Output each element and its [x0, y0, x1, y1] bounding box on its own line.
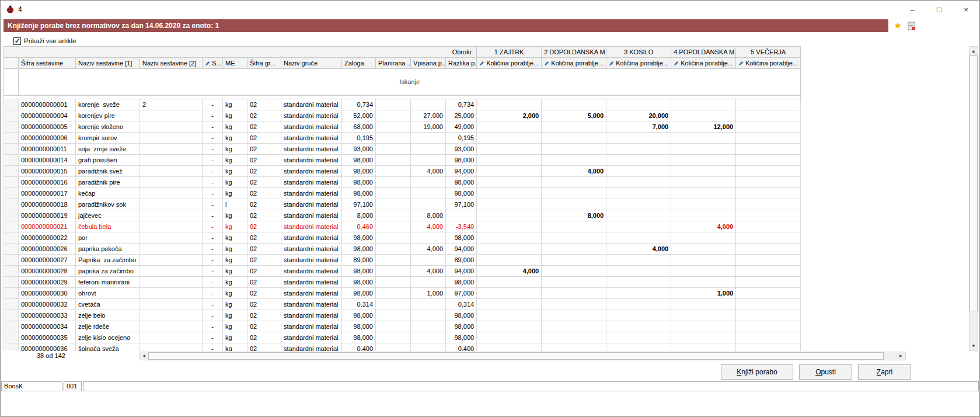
cell-code[interactable]: 0000000000029 [19, 277, 76, 288]
cell-group-code[interactable]: 02 [247, 99, 281, 110]
cell-code[interactable]: 0000000000022 [19, 232, 76, 244]
cell-row-selector[interactable] [4, 266, 19, 277]
col-naziv-gruce[interactable]: Naziv gruče [281, 58, 342, 69]
cell-meal-popoldanska[interactable] [671, 155, 736, 166]
filter-row[interactable]: Iskanje [4, 69, 801, 96]
cell-planirana[interactable] [376, 343, 411, 352]
band-kosilo[interactable]: 3 KOSILO [606, 47, 671, 58]
cell-razlika[interactable]: -3,540 [446, 221, 477, 232]
cell-name2[interactable] [140, 321, 203, 332]
scroll-left-icon[interactable]: ◄ [139, 352, 148, 360]
cell-meal-vecerja[interactable] [736, 210, 801, 221]
band-zajtrk[interactable]: 1 ZAJTRK [477, 47, 542, 58]
cell-code[interactable]: 0000000000027 [19, 255, 76, 266]
cell-meal-vecerja[interactable] [736, 110, 801, 121]
cell-zaloga[interactable]: 98,000 [342, 177, 376, 188]
cell-code[interactable]: 0000000000032 [19, 299, 76, 310]
cell-me[interactable]: kg [223, 210, 247, 221]
cell-name1[interactable]: paradižnik svež [76, 166, 140, 177]
cell-name1[interactable]: soja zrnje sveže [76, 144, 140, 155]
cell-name1[interactable]: paprika za začimbo [76, 266, 140, 277]
cell-meal-vecerja[interactable] [736, 310, 801, 321]
cell-meal-vecerja[interactable] [736, 188, 801, 199]
checkbox-check-icon[interactable]: ✓ [13, 37, 21, 45]
table-row[interactable]: 0000000000001 korenje sveže 2 - kg 02 st… [4, 99, 801, 110]
cell-name1[interactable]: paradižnik pire [76, 177, 140, 188]
cell-group-name[interactable]: standardni material [281, 99, 342, 110]
cell-meal-kosilo[interactable] [606, 99, 671, 110]
cell-vpisana[interactable]: 8,000 [411, 210, 446, 221]
cell-razlika[interactable]: 94,000 [446, 166, 477, 177]
cell-planirana[interactable] [376, 255, 411, 266]
cell-meal-popoldanska[interactable] [671, 299, 736, 310]
cell-meal-kosilo[interactable] [606, 133, 671, 144]
cell-vpisana[interactable] [411, 177, 446, 188]
cell-meal-dopoldanska[interactable] [542, 99, 606, 110]
cell-me[interactable]: kg [223, 255, 247, 266]
cell-group-code[interactable]: 02 [247, 210, 281, 221]
cell-name2[interactable] [140, 210, 203, 221]
cell-zaloga[interactable]: 98,000 [342, 332, 376, 343]
cell-name1[interactable]: zelje kislo ocejeno [76, 332, 140, 343]
cell-group-code[interactable]: 02 [247, 255, 281, 266]
cell-me[interactable]: kg [223, 177, 247, 188]
cell-name1[interactable]: por [76, 232, 140, 244]
cell-me[interactable]: kg [223, 155, 247, 166]
cell-vpisana[interactable]: 19,000 [411, 121, 446, 133]
cell-code[interactable]: 0000000000021 [19, 221, 76, 232]
cell-vpisana[interactable] [411, 99, 446, 110]
cell-s[interactable]: - [203, 288, 223, 299]
cell-meal-dopoldanska[interactable]: 8,000 [542, 210, 606, 221]
cell-meal-dopoldanska[interactable] [542, 133, 606, 144]
cell-meal-zajtrk[interactable] [477, 210, 542, 221]
cell-zaloga[interactable]: 0,734 [342, 99, 376, 110]
cell-meal-zajtrk[interactable] [477, 343, 542, 352]
cell-name2[interactable] [140, 310, 203, 321]
table-row[interactable]: 0000000000026 paprika pekoča - kg 02 sta… [4, 244, 801, 255]
cell-name1[interactable]: špinača sveža [76, 343, 140, 352]
cell-name2[interactable] [140, 332, 203, 343]
search-filter-cell[interactable]: Iskanje [19, 69, 801, 96]
cell-name1[interactable]: paradižnikov sok [76, 199, 140, 210]
cell-row-selector[interactable] [4, 110, 19, 121]
cell-meal-kosilo[interactable] [606, 343, 671, 352]
cell-name2[interactable] [140, 343, 203, 352]
cell-code[interactable]: 0000000000005 [19, 121, 76, 133]
cell-me[interactable]: kg [223, 277, 247, 288]
cell-s[interactable]: - [203, 266, 223, 277]
col-razlika[interactable]: Razlika p... [446, 58, 477, 69]
col-naziv-sestavine-2[interactable]: Naziv sestavine [2] [140, 58, 203, 69]
cell-meal-zajtrk[interactable] [477, 321, 542, 332]
cell-meal-dopoldanska[interactable] [542, 155, 606, 166]
cell-group-name[interactable]: standardni material [281, 343, 342, 352]
cell-meal-popoldanska[interactable] [671, 110, 736, 121]
cell-meal-popoldanska[interactable] [671, 244, 736, 255]
cell-code[interactable]: 0000000000019 [19, 210, 76, 221]
cell-planirana[interactable] [376, 177, 411, 188]
cell-s[interactable]: - [203, 99, 223, 110]
cell-meal-vecerja[interactable] [736, 177, 801, 188]
cell-code[interactable]: 0000000000011 [19, 144, 76, 155]
cell-s[interactable]: - [203, 166, 223, 177]
cell-meal-zajtrk[interactable] [477, 221, 542, 232]
cell-name1[interactable]: krompir surov [76, 133, 140, 144]
cell-code[interactable]: 0000000000015 [19, 166, 76, 177]
cell-planirana[interactable] [376, 188, 411, 199]
cell-row-selector[interactable] [4, 310, 19, 321]
cell-group-code[interactable]: 02 [247, 244, 281, 255]
cell-meal-popoldanska[interactable] [671, 199, 736, 210]
cell-vpisana[interactable] [411, 332, 446, 343]
cell-name1[interactable]: zelje belo [76, 310, 140, 321]
table-row[interactable]: 0000000000017 kečap - kg 02 standardni m… [4, 188, 801, 199]
cell-meal-dopoldanska[interactable] [542, 332, 606, 343]
cell-me[interactable]: kg [223, 232, 247, 244]
cell-s[interactable]: - [203, 177, 223, 188]
cell-razlika[interactable]: 0,400 [446, 343, 477, 352]
cell-razlika[interactable]: 98,000 [446, 277, 477, 288]
vertical-scroll-thumb[interactable] [969, 55, 978, 311]
cell-s[interactable]: - [203, 321, 223, 332]
cell-meal-popoldanska[interactable] [671, 266, 736, 277]
cell-meal-zajtrk[interactable] [477, 188, 542, 199]
scroll-up-icon[interactable]: ▲ [969, 47, 978, 55]
cell-meal-kosilo[interactable] [606, 255, 671, 266]
